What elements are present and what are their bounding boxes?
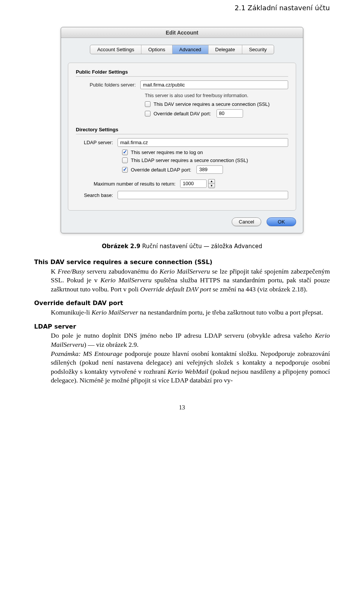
tab-delegate[interactable]: Delegate — [209, 45, 242, 54]
stepper-down-icon[interactable]: ▼ — [208, 184, 215, 189]
public-folder-heading: Public Folder Settings — [76, 69, 288, 75]
ldap-logon-checkbox[interactable] — [122, 150, 128, 155]
dav-override-checkbox[interactable] — [145, 111, 151, 116]
ldap-server-input[interactable]: mail.firma.cz — [118, 138, 288, 147]
ok-button[interactable]: OK — [267, 217, 296, 226]
cancel-button[interactable]: Cancel — [232, 217, 261, 226]
term-ldap-server: LDAP server — [34, 323, 330, 331]
directory-heading: Directory Settings — [76, 127, 288, 132]
document-body: This DAV service requires a secure conne… — [34, 258, 330, 385]
ldap-server-label: LDAP server: — [76, 140, 118, 145]
window-title: Edit Account — [61, 27, 303, 38]
tab-security[interactable]: Security — [242, 45, 274, 54]
figure-caption: Obrázek 2.9 Ruční nastavení účtu — zálož… — [34, 243, 330, 250]
dav-port-input[interactable]: 80 — [217, 109, 243, 118]
max-results-input[interactable]: 1000 — [180, 179, 207, 188]
figure-number: Obrázek 2.9 — [102, 243, 141, 250]
divider — [76, 76, 288, 77]
ldap-ssl-label: This LDAP server requires a secure conne… — [131, 157, 248, 163]
divider — [76, 134, 288, 134]
ldap-logon-label: This server requires me to log on — [131, 150, 203, 155]
dav-ssl-label: This DAV service requires a secure conne… — [154, 101, 270, 107]
page-number: 13 — [34, 404, 330, 411]
stepper-up-icon[interactable]: ▲ — [208, 179, 215, 184]
freebusy-hint: This server is also used for free/busy i… — [76, 93, 288, 98]
tab-options[interactable]: Options — [141, 45, 173, 54]
ldap-override-label: Override default LDAP port: — [131, 167, 191, 173]
dav-ssl-checkbox[interactable] — [145, 101, 151, 107]
ldap-port-input[interactable]: 389 — [196, 165, 223, 174]
dav-override-label: Override default DAV port: — [154, 111, 211, 116]
tab-bar: Account Settings Options Advanced Delega… — [61, 38, 303, 63]
term-dav-ssl: This DAV service requires a secure conne… — [34, 258, 330, 266]
search-base-input[interactable] — [118, 191, 288, 199]
max-results-stepper[interactable]: ▲ ▼ — [208, 179, 215, 188]
page-header: 2.1 Základní nastavení účtu — [34, 0, 330, 27]
edit-account-window: Edit Account Account Settings Options Ad… — [61, 27, 303, 233]
tab-advanced[interactable]: Advanced — [173, 45, 209, 54]
max-results-label: Maximum number of results to return: — [76, 181, 180, 187]
public-server-input[interactable]: mail.firma.cz/public — [140, 80, 288, 89]
term-override-dav: Override default DAV port — [34, 299, 330, 307]
desc-ldap-server: Do pole je nutno doplnit DNS jméno nebo … — [51, 331, 330, 385]
settings-panel: Public Folder Settings Public folders se… — [68, 63, 296, 211]
public-server-label: Public folders server: — [76, 82, 140, 88]
ldap-override-checkbox[interactable] — [122, 167, 128, 173]
figure-title: Ruční nastavení účtu — záložka Advanced — [140, 243, 262, 250]
tab-account-settings[interactable]: Account Settings — [90, 45, 141, 54]
search-base-label: Search base: — [76, 192, 118, 198]
desc-dav-ssl: K Free/Busy serveru zabudovanému do Keri… — [51, 267, 330, 294]
ldap-ssl-checkbox[interactable] — [122, 157, 128, 163]
desc-override-dav: Komunikuje-li Kerio MailServer na nestan… — [51, 308, 330, 317]
